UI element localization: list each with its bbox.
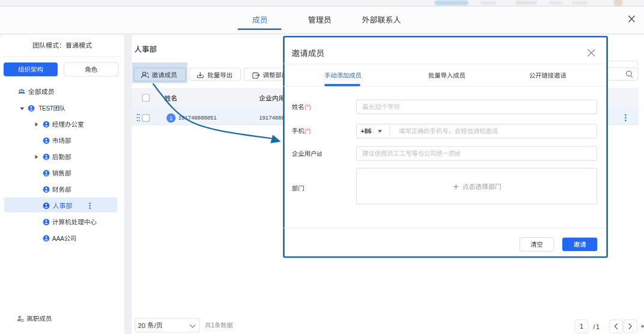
svg-text:AAA: AAA <box>52 235 64 242</box>
svg-text:1: 1 <box>580 323 583 330</box>
svg-text:(*): (*) <box>305 128 311 135</box>
svg-text:20: 20 <box>138 322 148 329</box>
svg-text:id: id <box>317 151 321 157</box>
svg-text:1: 1 <box>211 322 214 329</box>
svg-text:1: 1 <box>169 115 172 121</box>
svg-text:TEST: TEST <box>38 105 53 112</box>
svg-text:/1: /1 <box>594 323 601 330</box>
svg-text:id: id <box>455 150 460 157</box>
svg-text:(*): (*) <box>305 104 311 111</box>
svg-text:32: 32 <box>375 104 382 111</box>
svg-text:+86: +86 <box>360 127 371 135</box>
